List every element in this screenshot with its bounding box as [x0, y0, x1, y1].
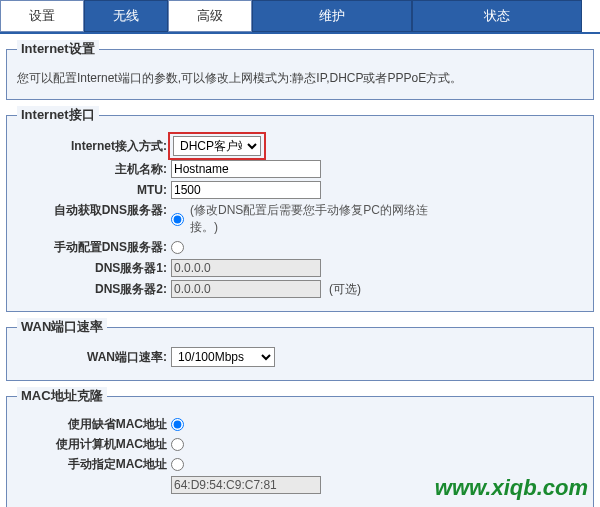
main-tabs: 设置 无线 高级 维护 状态 [0, 0, 600, 34]
access-mode-label: Internet接入方式: [17, 138, 171, 155]
auto-dns-hint: (修改DNS配置后需要您手动修复PC的网络连接。) [190, 202, 450, 236]
mac-manual-label: 手动指定MAC地址 [17, 456, 171, 473]
mac-pc-label: 使用计算机MAC地址 [17, 436, 171, 453]
tab-status[interactable]: 状态 [412, 0, 582, 32]
internet-settings-description: 您可以配置Internet端口的参数,可以修改上网模式为:静态IP,DHCP或者… [17, 66, 583, 89]
wan-rate-legend: WAN端口速率 [17, 318, 107, 336]
tab-wireless[interactable]: 无线 [84, 0, 168, 32]
internet-settings-section: Internet设置 您可以配置Internet端口的参数,可以修改上网模式为:… [6, 40, 594, 100]
access-mode-select[interactable]: DHCP客户端 [173, 136, 261, 156]
dns2-optional: (可选) [329, 281, 361, 298]
dns1-input[interactable] [171, 259, 321, 277]
mac-manual-input[interactable] [171, 476, 321, 494]
manual-dns-label: 手动配置DNS服务器: [17, 239, 171, 256]
internet-settings-legend: Internet设置 [17, 40, 99, 58]
manual-dns-radio[interactable] [171, 241, 184, 254]
mac-default-label: 使用缺省MAC地址 [17, 416, 171, 433]
dns1-label: DNS服务器1: [17, 260, 171, 277]
wan-rate-label: WAN端口速率: [17, 349, 171, 366]
mac-manual-radio[interactable] [171, 458, 184, 471]
hostname-input[interactable] [171, 160, 321, 178]
internet-interface-section: Internet接口 Internet接入方式: DHCP客户端 主机名称: M… [6, 106, 594, 312]
wan-rate-section: WAN端口速率 WAN端口速率: 10/100Mbps [6, 318, 594, 381]
tab-settings[interactable]: 设置 [0, 0, 84, 32]
auto-dns-label: 自动获取DNS服务器: [17, 202, 171, 219]
watermark-text: www.xiqb.com [435, 475, 588, 501]
access-mode-highlight: DHCP客户端 [171, 135, 263, 157]
tab-maintenance[interactable]: 维护 [252, 0, 412, 32]
mac-clone-legend: MAC地址克隆 [17, 387, 107, 405]
tab-advanced[interactable]: 高级 [168, 0, 252, 32]
internet-interface-legend: Internet接口 [17, 106, 99, 124]
mtu-input[interactable] [171, 181, 321, 199]
wan-rate-select[interactable]: 10/100Mbps [171, 347, 275, 367]
hostname-label: 主机名称: [17, 161, 171, 178]
dns2-input[interactable] [171, 280, 321, 298]
mac-default-radio[interactable] [171, 418, 184, 431]
mtu-label: MTU: [17, 183, 171, 197]
mac-pc-radio[interactable] [171, 438, 184, 451]
dns2-label: DNS服务器2: [17, 281, 171, 298]
auto-dns-radio[interactable] [171, 213, 184, 226]
